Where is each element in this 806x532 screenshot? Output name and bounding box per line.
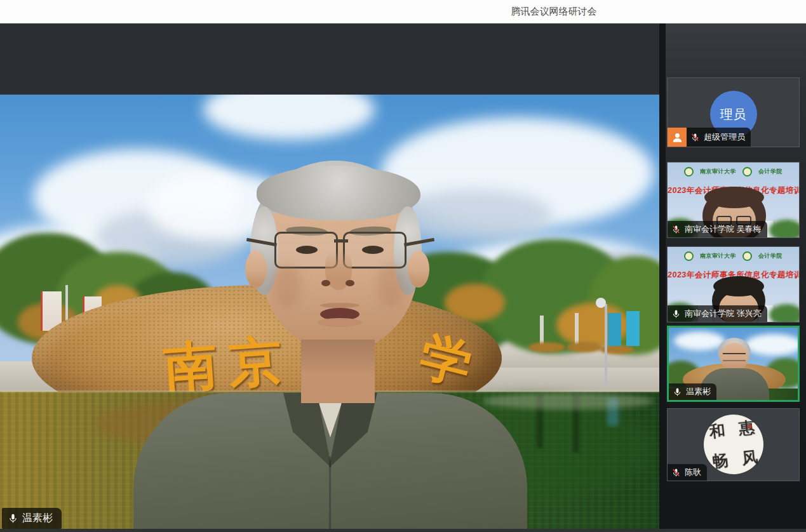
tile-glasses xyxy=(723,353,746,361)
participant-tile-video[interactable]: 南京审计大学 会计学院 2023年会计师事务所信息化专题培训班 南审会计学院 张… xyxy=(667,246,800,323)
window-title: 腾讯会议网络研讨会 xyxy=(511,6,597,18)
tree-trunk xyxy=(575,313,579,345)
cheek-shade xyxy=(377,263,405,308)
campus-logos: 南京审计大学 会计学院 xyxy=(668,251,799,261)
main-video[interactable]: 南京 学 xyxy=(0,95,659,532)
window-bottom-edge xyxy=(0,529,806,532)
speaker-face xyxy=(189,156,471,532)
calligraphy-avatar: 和 惠 畅 风 xyxy=(701,411,766,477)
eye xyxy=(296,246,318,254)
calligraphy-char: 畅 xyxy=(704,444,737,477)
college-logo-icon xyxy=(742,251,752,261)
participant-nametag: 南审会计学院 吴春梅 xyxy=(668,221,767,237)
leaf-mound xyxy=(528,342,565,352)
cheek-shade xyxy=(273,263,301,308)
nostril xyxy=(346,280,354,286)
window-titlebar[interactable]: 腾讯会议网络研讨会 xyxy=(0,0,806,23)
host-badge xyxy=(668,128,687,147)
college-logo-text: 会计学院 xyxy=(758,252,782,260)
participant-tile-active-speaker[interactable]: 温素彬 xyxy=(667,326,800,402)
college-logo-icon xyxy=(742,167,752,176)
mic-muted-icon xyxy=(671,468,681,477)
lower-lip xyxy=(318,318,362,327)
college-logo-text: 会计学院 xyxy=(758,168,782,176)
eye xyxy=(362,246,384,254)
calligraphy-char: 风 xyxy=(734,441,767,474)
mic-icon xyxy=(8,513,18,524)
main-speaker-name: 温素彬 xyxy=(22,512,53,525)
participant-name: 温素彬 xyxy=(686,386,711,397)
participants-sidebar: 理员 超级管理员 xyxy=(666,23,806,532)
participant-name: 南审会计学院 吴春梅 xyxy=(685,223,762,235)
tree-trunk xyxy=(540,316,544,345)
stage-sidebar-divider xyxy=(659,23,666,532)
hair-fringe xyxy=(257,166,420,220)
upper-lip-shade xyxy=(320,303,359,308)
meeting-window: 腾讯会议网络研讨会 xyxy=(0,0,806,532)
tile-person-hair xyxy=(704,187,764,208)
participant-nametag: 温素彬 xyxy=(669,383,716,400)
mic-muted-icon xyxy=(671,225,681,234)
university-logo-icon xyxy=(684,251,694,261)
ear xyxy=(408,251,429,288)
campus-logos: 南京审计大学 会计学院 xyxy=(668,167,799,176)
seal-mark xyxy=(748,424,751,429)
cloud-shape xyxy=(674,331,725,350)
person-icon xyxy=(671,131,683,143)
street-banner-blue xyxy=(608,313,621,346)
road-reflection xyxy=(483,393,654,409)
tile-person-hair xyxy=(713,276,764,296)
avatar-initials: 理员 xyxy=(720,106,747,123)
participant-name: 陈耿 xyxy=(685,467,701,478)
ear xyxy=(245,251,267,288)
mic-icon xyxy=(673,387,682,397)
university-logo-text: 南京审计大学 xyxy=(700,252,736,260)
mic-icon xyxy=(671,309,681,319)
cloud-shape xyxy=(745,334,800,356)
main-speaker-nametag: 温素彬 xyxy=(2,508,62,529)
lamp-pole xyxy=(605,304,607,385)
street-banner-blue xyxy=(626,311,640,346)
participant-name: 南审会计学院 张兴亮 xyxy=(685,308,762,319)
nostril xyxy=(321,280,330,286)
participant-tile-admin[interactable]: 理员 超级管理员 xyxy=(667,77,800,147)
tile-tree xyxy=(769,220,800,238)
neck xyxy=(301,340,375,403)
participant-tile-avatar[interactable]: 和 惠 畅 风 陈耿 xyxy=(667,408,800,481)
glasses-bridge xyxy=(334,239,348,243)
lamp-head xyxy=(596,298,606,308)
participant-nametag: 超级管理员 xyxy=(687,128,751,147)
mic-muted-icon xyxy=(690,133,700,142)
participant-nametag: 陈耿 xyxy=(668,464,707,481)
university-logo-text: 南京审计大学 xyxy=(700,168,736,176)
calligraphy-char: 和 xyxy=(701,415,734,448)
participant-tile-video[interactable]: 南京审计大学 会计学院 2023年会计师事务所信息化专题培训班 xyxy=(667,162,800,238)
leaf-mound xyxy=(567,342,602,352)
tile-tree xyxy=(769,304,800,323)
university-logo-icon xyxy=(684,167,694,176)
calligraphy-char: 惠 xyxy=(730,411,763,444)
participant-nametag: 南审会计学院 张兴亮 xyxy=(668,305,767,322)
participant-name: 超级管理员 xyxy=(704,131,745,143)
